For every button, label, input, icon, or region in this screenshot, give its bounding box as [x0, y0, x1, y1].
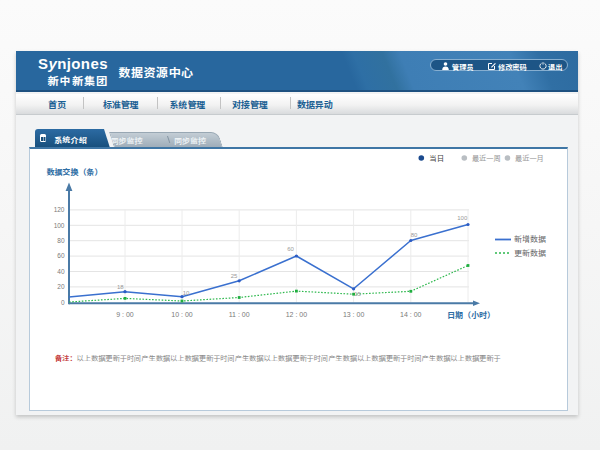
- svg-text:40: 40: [57, 268, 65, 275]
- svg-text:80: 80: [411, 232, 418, 238]
- svg-text:12 : 00: 12 : 00: [286, 311, 308, 318]
- svg-text:100: 100: [54, 222, 65, 229]
- svg-text:13 : 00: 13 : 00: [343, 311, 365, 318]
- svg-text:25: 25: [231, 273, 238, 279]
- svg-text:最近一月: 最近一月: [515, 154, 544, 163]
- svg-text:最近一周: 最近一周: [472, 154, 501, 163]
- svg-text:60: 60: [57, 252, 65, 259]
- svg-text:9 : 00: 9 : 00: [116, 311, 134, 318]
- svg-text:数据交换（条）: 数据交换（条）: [47, 167, 103, 177]
- svg-text:100: 100: [457, 215, 468, 221]
- svg-text:0: 0: [61, 299, 65, 306]
- svg-text:14 : 00: 14 : 00: [400, 311, 422, 318]
- svg-text:10: 10: [183, 290, 190, 296]
- svg-text:80: 80: [57, 237, 65, 244]
- svg-text:120: 120: [54, 206, 65, 213]
- svg-text:11 : 00: 11 : 00: [229, 311, 250, 318]
- svg-text:60: 60: [287, 246, 294, 252]
- svg-text:18: 18: [117, 284, 124, 290]
- svg-text:当日: 当日: [429, 154, 444, 163]
- svg-text:10 : 00: 10 : 00: [171, 311, 193, 318]
- svg-text:新增数据: 新增数据: [514, 234, 546, 244]
- svg-text:15: 15: [354, 291, 361, 297]
- svg-text:更新数据: 更新数据: [514, 249, 546, 258]
- svg-text:20: 20: [57, 283, 65, 290]
- svg-text:日期（小时）: 日期（小时）: [447, 311, 495, 320]
